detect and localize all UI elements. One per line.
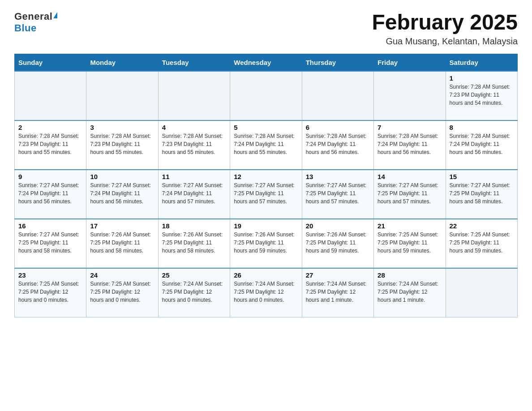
calendar-cell <box>15 71 86 120</box>
day-number: 22 <box>450 222 514 230</box>
day-info: Sunrise: 7:28 AM Sunset: 7:23 PM Dayligh… <box>90 132 154 156</box>
day-number: 27 <box>306 271 370 279</box>
calendar-cell: 21Sunrise: 7:25 AM Sunset: 7:25 PM Dayli… <box>374 219 446 268</box>
col-sunday: Sunday <box>15 54 86 71</box>
calendar-cell: 12Sunrise: 7:27 AM Sunset: 7:25 PM Dayli… <box>230 170 302 219</box>
calendar-cell: 11Sunrise: 7:27 AM Sunset: 7:24 PM Dayli… <box>158 170 230 219</box>
day-number: 7 <box>378 124 442 131</box>
day-info: Sunrise: 7:26 AM Sunset: 7:25 PM Dayligh… <box>162 231 226 255</box>
calendar-cell: 22Sunrise: 7:25 AM Sunset: 7:25 PM Dayli… <box>446 219 517 268</box>
calendar-cell <box>302 71 373 120</box>
calendar-week-4: 16Sunrise: 7:27 AM Sunset: 7:25 PM Dayli… <box>15 219 518 268</box>
day-number: 19 <box>234 222 298 230</box>
day-info: Sunrise: 7:27 AM Sunset: 7:24 PM Dayligh… <box>18 181 82 206</box>
day-info: Sunrise: 7:24 AM Sunset: 7:25 PM Dayligh… <box>306 280 370 304</box>
calendar-cell: 9Sunrise: 7:27 AM Sunset: 7:24 PM Daylig… <box>15 170 86 219</box>
calendar-cell: 28Sunrise: 7:24 AM Sunset: 7:25 PM Dayli… <box>374 268 446 317</box>
day-info: Sunrise: 7:28 AM Sunset: 7:23 PM Dayligh… <box>450 83 514 107</box>
day-number: 26 <box>234 271 298 279</box>
day-info: Sunrise: 7:26 AM Sunset: 7:25 PM Dayligh… <box>90 231 154 255</box>
day-info: Sunrise: 7:27 AM Sunset: 7:24 PM Dayligh… <box>162 181 226 206</box>
day-number: 28 <box>378 271 442 279</box>
day-info: Sunrise: 7:24 AM Sunset: 7:25 PM Dayligh… <box>162 280 226 304</box>
day-info: Sunrise: 7:28 AM Sunset: 7:24 PM Dayligh… <box>306 132 370 156</box>
logo: General Blue <box>14 11 57 34</box>
day-number: 11 <box>162 173 226 180</box>
day-info: Sunrise: 7:25 AM Sunset: 7:25 PM Dayligh… <box>378 231 442 255</box>
day-info: Sunrise: 7:28 AM Sunset: 7:24 PM Dayligh… <box>378 132 442 156</box>
day-number: 16 <box>18 222 82 230</box>
col-monday: Monday <box>86 54 158 71</box>
day-number: 24 <box>90 271 154 279</box>
calendar-cell: 1Sunrise: 7:28 AM Sunset: 7:23 PM Daylig… <box>446 71 517 120</box>
calendar-week-1: 1Sunrise: 7:28 AM Sunset: 7:23 PM Daylig… <box>15 71 518 120</box>
calendar-cell <box>446 268 517 317</box>
calendar-week-3: 9Sunrise: 7:27 AM Sunset: 7:24 PM Daylig… <box>15 170 518 219</box>
day-info: Sunrise: 7:25 AM Sunset: 7:25 PM Dayligh… <box>18 280 82 304</box>
day-number: 25 <box>162 271 226 279</box>
calendar-cell: 2Sunrise: 7:28 AM Sunset: 7:23 PM Daylig… <box>15 120 86 170</box>
calendar-week-2: 2Sunrise: 7:28 AM Sunset: 7:23 PM Daylig… <box>15 120 518 170</box>
day-info: Sunrise: 7:27 AM Sunset: 7:24 PM Dayligh… <box>90 181 154 206</box>
day-info: Sunrise: 7:26 AM Sunset: 7:25 PM Dayligh… <box>234 231 298 255</box>
day-number: 5 <box>234 124 298 131</box>
day-number: 3 <box>90 124 154 131</box>
calendar-week-5: 23Sunrise: 7:25 AM Sunset: 7:25 PM Dayli… <box>15 268 518 317</box>
col-thursday: Thursday <box>302 54 373 71</box>
calendar-cell: 25Sunrise: 7:24 AM Sunset: 7:25 PM Dayli… <box>158 268 230 317</box>
day-number: 6 <box>306 124 370 131</box>
col-wednesday: Wednesday <box>230 54 302 71</box>
day-info: Sunrise: 7:28 AM Sunset: 7:23 PM Dayligh… <box>162 132 226 156</box>
calendar-cell <box>374 71 446 120</box>
calendar-cell <box>230 71 302 120</box>
col-saturday: Saturday <box>446 54 517 71</box>
logo-triangle-icon <box>53 12 57 18</box>
day-number: 8 <box>450 124 514 131</box>
calendar-cell: 10Sunrise: 7:27 AM Sunset: 7:24 PM Dayli… <box>86 170 158 219</box>
calendar-cell: 20Sunrise: 7:26 AM Sunset: 7:25 PM Dayli… <box>302 219 373 268</box>
calendar-cell: 13Sunrise: 7:27 AM Sunset: 7:25 PM Dayli… <box>302 170 373 219</box>
day-info: Sunrise: 7:25 AM Sunset: 7:25 PM Dayligh… <box>90 280 154 304</box>
month-title: February 2025 <box>372 11 518 34</box>
day-number: 18 <box>162 222 226 230</box>
day-number: 21 <box>378 222 442 230</box>
day-info: Sunrise: 7:28 AM Sunset: 7:24 PM Dayligh… <box>234 132 298 156</box>
calendar-table: Sunday Monday Tuesday Wednesday Thursday… <box>14 54 518 318</box>
day-info: Sunrise: 7:24 AM Sunset: 7:25 PM Dayligh… <box>234 280 298 304</box>
calendar-cell: 24Sunrise: 7:25 AM Sunset: 7:25 PM Dayli… <box>86 268 158 317</box>
calendar-cell: 26Sunrise: 7:24 AM Sunset: 7:25 PM Dayli… <box>230 268 302 317</box>
calendar-cell: 23Sunrise: 7:25 AM Sunset: 7:25 PM Dayli… <box>15 268 86 317</box>
calendar-cell <box>86 71 158 120</box>
col-tuesday: Tuesday <box>158 54 230 71</box>
calendar-body: 1Sunrise: 7:28 AM Sunset: 7:23 PM Daylig… <box>15 71 518 317</box>
day-number: 12 <box>234 173 298 180</box>
location-title: Gua Musang, Kelantan, Malaysia <box>372 36 518 47</box>
day-number: 15 <box>450 173 514 180</box>
day-number: 17 <box>90 222 154 230</box>
calendar-cell: 15Sunrise: 7:27 AM Sunset: 7:25 PM Dayli… <box>446 170 517 219</box>
day-info: Sunrise: 7:27 AM Sunset: 7:25 PM Dayligh… <box>450 181 514 206</box>
title-block: February 2025 Gua Musang, Kelantan, Mala… <box>372 11 518 47</box>
calendar-cell: 14Sunrise: 7:27 AM Sunset: 7:25 PM Dayli… <box>374 170 446 219</box>
header-row: Sunday Monday Tuesday Wednesday Thursday… <box>15 54 518 71</box>
day-number: 14 <box>378 173 442 180</box>
calendar-cell: 17Sunrise: 7:26 AM Sunset: 7:25 PM Dayli… <box>86 219 158 268</box>
day-info: Sunrise: 7:27 AM Sunset: 7:25 PM Dayligh… <box>378 181 442 206</box>
day-info: Sunrise: 7:27 AM Sunset: 7:25 PM Dayligh… <box>18 231 82 255</box>
day-number: 1 <box>450 74 514 82</box>
day-info: Sunrise: 7:28 AM Sunset: 7:23 PM Dayligh… <box>18 132 82 156</box>
logo-general-text: General <box>14 11 52 22</box>
calendar-cell: 18Sunrise: 7:26 AM Sunset: 7:25 PM Dayli… <box>158 219 230 268</box>
calendar-cell <box>158 71 230 120</box>
calendar-cell: 3Sunrise: 7:28 AM Sunset: 7:23 PM Daylig… <box>86 120 158 170</box>
day-info: Sunrise: 7:26 AM Sunset: 7:25 PM Dayligh… <box>306 231 370 255</box>
day-info: Sunrise: 7:25 AM Sunset: 7:25 PM Dayligh… <box>450 231 514 255</box>
day-info: Sunrise: 7:24 AM Sunset: 7:25 PM Dayligh… <box>378 280 442 304</box>
calendar-cell: 6Sunrise: 7:28 AM Sunset: 7:24 PM Daylig… <box>302 120 373 170</box>
day-number: 10 <box>90 173 154 180</box>
day-info: Sunrise: 7:28 AM Sunset: 7:24 PM Dayligh… <box>450 132 514 156</box>
calendar-cell: 7Sunrise: 7:28 AM Sunset: 7:24 PM Daylig… <box>374 120 446 170</box>
day-number: 9 <box>18 173 82 180</box>
day-info: Sunrise: 7:27 AM Sunset: 7:25 PM Dayligh… <box>306 181 370 206</box>
calendar-cell: 16Sunrise: 7:27 AM Sunset: 7:25 PM Dayli… <box>15 219 86 268</box>
